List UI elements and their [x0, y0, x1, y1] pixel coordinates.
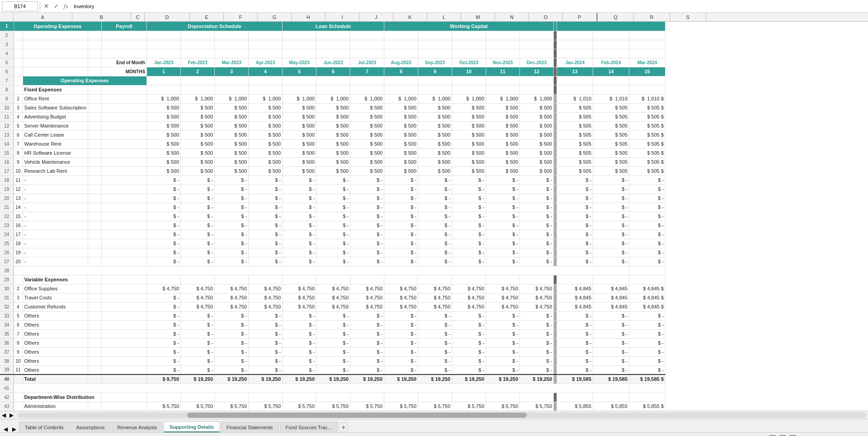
col-headers: A B C D E F G H I J K L M N O P Q R S [0, 13, 868, 22]
scroll-tabs-right[interactable]: ▶ [10, 426, 18, 432]
name-box[interactable]: B174 [2, 1, 38, 11]
row-num-13: 13 [0, 130, 14, 139]
month-may23: May-2023 [283, 58, 316, 67]
col-header-P[interactable]: P [563, 13, 597, 21]
row-num-17: 17 [0, 166, 14, 175]
col-header-I[interactable]: I [326, 13, 359, 21]
month-jul23: Jul-2023 [350, 58, 384, 67]
row-32: 32 4 Customer Refunds $ - $ 4,750 $ 4,75… [0, 302, 665, 311]
col-header-H[interactable]: H [292, 13, 326, 21]
row-num-12: 12 [0, 121, 14, 130]
num-6: 6 [316, 67, 350, 76]
col-header-F[interactable]: F [224, 13, 258, 21]
tab-supporting-details[interactable]: Supporting Details [164, 422, 220, 432]
cancel-icon[interactable]: ✕ [42, 3, 50, 9]
row-num-38: 38 [0, 356, 14, 365]
row-num-23: 23 [0, 221, 14, 230]
col-header-J[interactable]: J [359, 13, 393, 21]
row-num-42: 42 [0, 393, 14, 402]
grid-scroll[interactable]: 1 Operating Expenses Payroll Depreciatio… [0, 22, 868, 411]
row-num-36: 36 [0, 338, 14, 347]
scroll-left-btn[interactable]: ◀ [0, 412, 8, 418]
row-num-11: 11 [0, 112, 14, 121]
customer-refunds-label: Customer Refunds [23, 302, 88, 311]
formula-input[interactable]: Inventory [72, 3, 866, 10]
row-13: 13 6 Call Center Lease $ 500 $ 500 $ 500… [0, 130, 665, 139]
col-header-O[interactable]: O [529, 13, 563, 21]
row-8: 8 Fixed Expenses [0, 85, 665, 94]
col-header-L[interactable]: L [427, 13, 461, 21]
row-40-total: 40 Total $ 9,750 $ 19,250 $ 19,250 $ 19,… [0, 374, 665, 384]
row-num-29: 29 [0, 275, 14, 284]
row-num-40: 40 [0, 374, 14, 384]
col-header-Q[interactable]: Q [598, 13, 634, 21]
row-num-35: 35 [0, 329, 14, 338]
col-header-N[interactable]: N [495, 13, 529, 21]
call-center-label: Call Center Lease [23, 130, 88, 139]
col-header-A[interactable]: A [14, 13, 72, 21]
main-grid: 1 Operating Expenses Payroll Depreciatio… [0, 22, 665, 411]
month-jan23: Jan-2023 [147, 58, 181, 67]
row-num-32: 32 [0, 302, 14, 311]
horizontal-scrollbar[interactable] [17, 412, 866, 418]
col-header-D[interactable]: D [145, 13, 190, 21]
col-header-C[interactable]: C [131, 13, 145, 21]
formula-bar-icons: ✕ ✓ 𝑓𝑥 [42, 3, 70, 10]
col-header-B[interactable]: B [72, 13, 131, 21]
row-10: 10 3 Sales Software Subscription $ 500 $… [0, 103, 665, 112]
row-28: 28 [0, 266, 665, 275]
fixed-exp-label: Fixed Expenses [23, 85, 88, 94]
administration-label: Administration [23, 402, 88, 411]
row-num-28: 28 [0, 266, 14, 275]
tab-table-of-contents[interactable]: Table of Contents [19, 422, 70, 432]
others-8-label: Others [23, 338, 88, 347]
row-42: 42 Department-Wise Distribution [0, 393, 665, 402]
num-11: 11 [486, 67, 520, 76]
op-exp-section-label: Operating Expenses [23, 76, 147, 85]
row-num-39: 39 [0, 365, 14, 374]
row-18: 18 11 - $ - $ - $ - $ - $ - $ - $ - $ - … [0, 175, 665, 185]
tab-revenue-analysis[interactable]: Revenue Analysis [112, 422, 163, 432]
server-maint-label: Server Maintenance [23, 121, 88, 130]
row-20: 20 13 - $ -$ -$ -$ - $ -$ -$ -$ - $ -$ -… [0, 194, 665, 203]
tab-financial-statements[interactable]: Financial Statements [221, 422, 279, 432]
tab-fund-sources[interactable]: Fund Sources Trac... [280, 422, 338, 432]
row-21: 21 14 - $ -$ -$ -$ - $ -$ -$ -$ - $ -$ -… [0, 203, 665, 212]
add-sheet-button[interactable]: + [339, 422, 349, 432]
row-num-21: 21 [0, 203, 14, 212]
col-header-E[interactable]: E [190, 13, 224, 21]
row-num-19: 19 [0, 185, 14, 194]
row-23: 23 16 - $ -$ -$ -$ - $ -$ -$ -$ - $ -$ -… [0, 221, 665, 230]
row-12: 12 5 Server Maintenance $ 500 $ 500 $ 50… [0, 121, 665, 130]
month-apr23: Apr-2023 [249, 58, 283, 67]
right-header-1 [557, 22, 665, 31]
col-header-G[interactable]: G [258, 13, 292, 21]
total-label: Total [23, 374, 88, 384]
row-num-4: 4 [0, 49, 14, 58]
col-header-M[interactable]: M [461, 13, 495, 21]
office-supplies-label: Office Supplies [23, 284, 88, 293]
row-num-18: 18 [0, 175, 14, 185]
month-nov23: Nov-2023 [486, 58, 520, 67]
col-header-R[interactable]: R [634, 13, 670, 21]
office-rent-label: Office Rent [23, 94, 88, 103]
num-8: 8 [384, 67, 418, 76]
scroll-tabs-left[interactable]: ◀ [2, 426, 9, 432]
row-num-37: 37 [0, 347, 14, 356]
function-icon[interactable]: 𝑓𝑥 [62, 3, 70, 10]
col-header-K[interactable]: K [393, 13, 427, 21]
row-num-15: 15 [0, 148, 14, 157]
research-lab-label: Research Lab Rent [23, 166, 88, 175]
month-oct23: Oct-2023 [452, 58, 486, 67]
row-num-14: 14 [0, 139, 14, 148]
month-aug23: Aug-2023 [384, 58, 418, 67]
col-header-row-num [0, 13, 14, 21]
confirm-icon[interactable]: ✓ [52, 3, 60, 9]
num-7: 7 [350, 67, 384, 76]
others-9-label: Others [23, 347, 88, 356]
scroll-right-btn[interactable]: ▶ [8, 412, 15, 418]
num-13: 13 [557, 67, 593, 76]
col-header-S[interactable]: S [670, 13, 706, 21]
tab-assumptions[interactable]: Assumptions [71, 422, 111, 432]
warehouse-rent-label: Warehouse Rent [23, 139, 88, 148]
